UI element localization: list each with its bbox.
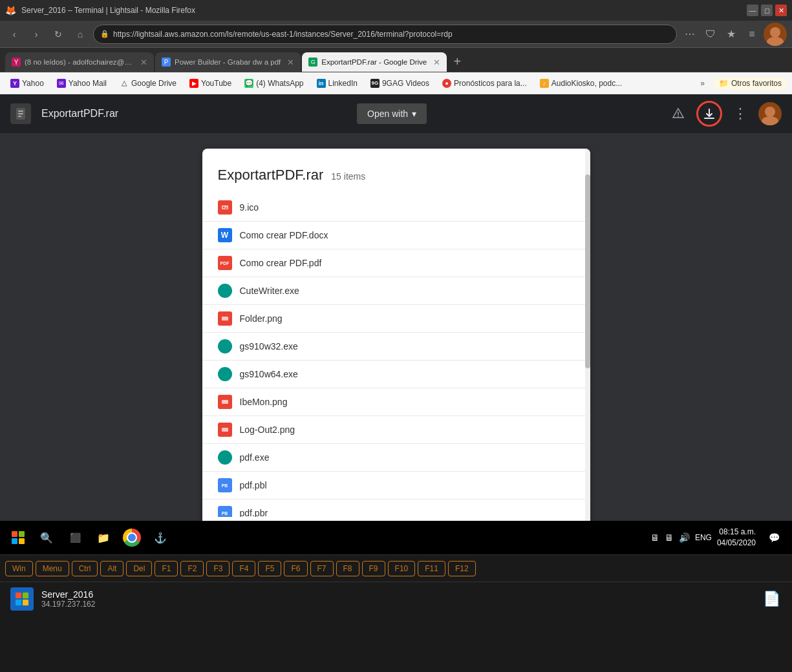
app-button[interactable]: ⚓ <box>147 525 173 551</box>
key-f10[interactable]: F10 <box>388 561 416 576</box>
tab-close-gdrive[interactable]: ✕ <box>433 58 440 67</box>
file-card: ExportartPDF.rar 15 items 9.ico W Como c… <box>202 149 590 521</box>
bookmark-linkedin-label: LinkedIn <box>328 79 358 88</box>
server-name: Server_2016 <box>41 589 95 600</box>
list-item[interactable]: PB pdf.pbl <box>202 472 590 499</box>
bookmark-pronosticos-favicon: ● <box>442 79 451 88</box>
file-name: Como crear PDF.docx <box>240 230 328 240</box>
extensions-button[interactable]: ⋯ <box>681 25 699 43</box>
key-del[interactable]: Del <box>126 561 152 576</box>
add-to-drive-button[interactable] <box>665 101 691 127</box>
tab-close-email[interactable]: ✕ <box>140 58 147 67</box>
forward-button[interactable]: › <box>27 25 45 43</box>
menu-button[interactable]: ≡ <box>743 25 761 43</box>
drive-user-avatar[interactable] <box>758 102 782 125</box>
list-item[interactable]: gs910w32.exe <box>202 333 590 361</box>
bookmark-folder-label: Otros favoritos <box>731 79 782 88</box>
search-button[interactable]: 🔍 <box>34 525 59 551</box>
start-button[interactable] <box>5 525 31 551</box>
key-f6[interactable]: F6 <box>284 561 307 576</box>
list-item[interactable]: W Como crear PDF.docx <box>202 222 590 249</box>
list-item[interactable]: Log-Out2.png <box>202 416 590 444</box>
key-f1[interactable]: F1 <box>155 561 178 576</box>
bookmark-pronosticos[interactable]: ● Pronósticos para la... <box>437 78 532 89</box>
new-tab-button[interactable]: + <box>448 52 466 70</box>
notification-button[interactable]: 💬 <box>761 525 787 551</box>
bookmark-9gag-label: 9GAG Videos <box>382 79 429 88</box>
bookmark-audiokiosko[interactable]: ♪ AudioKiosko, podc... <box>535 78 627 89</box>
bookmark-linkedin[interactable]: in LinkedIn <box>312 78 363 89</box>
more-options-button[interactable]: ⋮ <box>727 101 753 127</box>
list-item[interactable]: 9.ico <box>202 194 590 222</box>
server-icon <box>10 587 34 611</box>
list-item[interactable]: Folder.png <box>202 305 590 333</box>
bookmark-yahoo[interactable]: Y Yahoo <box>5 78 49 89</box>
home-button[interactable]: ⌂ <box>71 25 89 43</box>
bookmark-yahoo-mail[interactable]: ✉ Yahoo Mail <box>52 78 112 89</box>
key-alt[interactable]: Alt <box>100 561 123 576</box>
key-f7[interactable]: F7 <box>310 561 334 576</box>
key-f11[interactable]: F11 <box>418 561 445 576</box>
titlebar-controls: — ◻ ✕ <box>747 5 787 16</box>
list-item[interactable]: CuteWriter.exe <box>202 277 590 305</box>
bookmark-youtube-favicon: ▶ <box>189 79 198 88</box>
list-item[interactable]: pdf.exe <box>202 444 590 472</box>
network-icon: 🖥 <box>650 532 659 543</box>
file-icon-png2 <box>218 395 232 409</box>
list-item[interactable]: PB pdf.pbr <box>202 499 590 517</box>
bookmark-whatsapp-label: (4) WhatsApp <box>256 79 303 88</box>
scrollbar-thumb[interactable] <box>585 174 590 368</box>
browser-toolbar: ‹ › ↻ ⌂ 🔒 https://lightsail.aws.amazon.c… <box>0 21 792 48</box>
volume-icon: 🔊 <box>679 532 690 543</box>
shield-icon[interactable]: 🛡 <box>701 25 720 43</box>
key-f3[interactable]: F3 <box>206 561 230 576</box>
key-ctrl[interactable]: Ctrl <box>72 561 98 576</box>
list-item[interactable]: IbeMon.png <box>202 388 590 416</box>
key-f2[interactable]: F2 <box>180 561 204 576</box>
bookmarks-more-button[interactable]: » <box>696 78 709 89</box>
key-f9[interactable]: F9 <box>362 561 385 576</box>
bookmark-gdrive[interactable]: △ Google Drive <box>114 78 182 89</box>
close-button[interactable]: ✕ <box>775 5 787 16</box>
toolbar-right: ⋯ 🛡 ★ ≡ <box>681 23 787 46</box>
file-name: pdf.pbr <box>240 508 268 517</box>
list-item[interactable]: PDF Como crear PDF.pdf <box>202 249 590 277</box>
key-f8[interactable]: F8 <box>336 561 359 576</box>
key-menu[interactable]: Menu <box>36 561 69 576</box>
scrollbar-track[interactable] <box>585 149 590 521</box>
bookmark-gdrive-favicon: △ <box>120 79 129 88</box>
key-f4[interactable]: F4 <box>232 561 255 576</box>
bookmark-9gag[interactable]: 9G 9GAG Videos <box>365 78 434 89</box>
maximize-button[interactable]: ◻ <box>761 5 773 16</box>
chrome-button[interactable] <box>119 525 145 551</box>
bookmark-folder-otros[interactable]: 📁 Otros favoritos <box>714 78 787 89</box>
open-with-button[interactable]: Open with ▾ <box>357 103 427 124</box>
lock-icon: 🔒 <box>100 30 109 38</box>
list-item[interactable]: gs910w64.exe <box>202 361 590 388</box>
tab-close-pb[interactable]: ✕ <box>287 58 294 67</box>
tab-powerbuilder[interactable]: P Power Builder - Grabar dw a pdf ✕ <box>155 52 301 72</box>
key-f5[interactable]: F5 <box>258 561 281 576</box>
svg-point-1 <box>767 37 784 46</box>
address-bar[interactable]: 🔒 https://lightsail.aws.amazon.com/ls/re… <box>93 25 677 44</box>
tab-email[interactable]: Y (8 no leídos) - adolfochairez@ya... ✕ <box>5 52 154 72</box>
file-explorer-button[interactable]: 📁 <box>91 525 116 551</box>
bookmark-icon[interactable]: ★ <box>722 25 740 43</box>
bookmark-whatsapp[interactable]: 💬 (4) WhatsApp <box>239 78 308 89</box>
reload-button[interactable]: ↻ <box>49 25 67 43</box>
back-button[interactable]: ‹ <box>5 25 23 43</box>
user-avatar[interactable] <box>764 23 787 46</box>
bookmark-youtube[interactable]: ▶ YouTube <box>184 78 237 89</box>
folder-icon: 📁 <box>97 532 110 544</box>
file-name: IbeMon.png <box>240 397 288 407</box>
tab-gdrive[interactable]: G ExportartPDF.rar - Google Drive ✕ <box>302 52 447 72</box>
download-button[interactable] <box>696 101 722 127</box>
browser-titlebar: 🦊 Server_2016 – Terminal | Lightsail - M… <box>0 0 792 21</box>
url-text: https://lightsail.aws.amazon.com/ls/remo… <box>113 30 670 39</box>
minimize-button[interactable]: — <box>747 5 758 16</box>
key-win[interactable]: Win <box>5 561 33 576</box>
key-f12[interactable]: F12 <box>448 561 476 576</box>
bookmark-audiokiosko-favicon: ♪ <box>540 79 549 88</box>
document-icon[interactable]: 📄 <box>761 589 782 609</box>
task-view-button[interactable]: ⬛ <box>62 525 88 551</box>
